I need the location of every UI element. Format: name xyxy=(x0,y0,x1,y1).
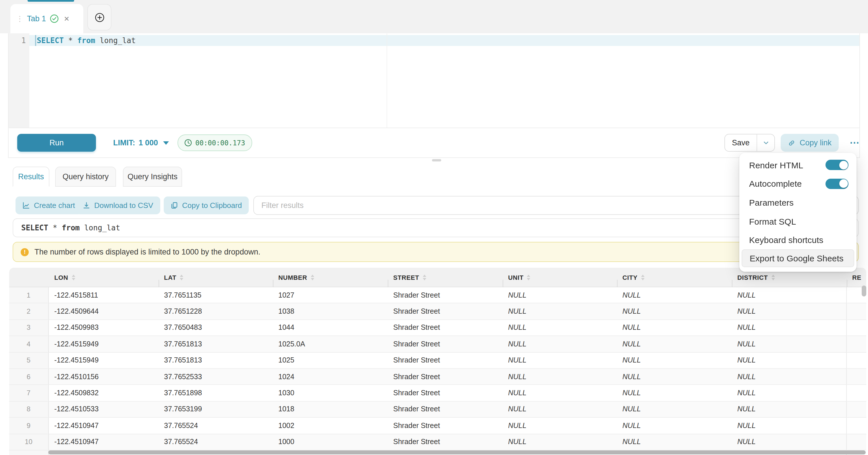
cell-city[interactable]: NULL xyxy=(617,369,732,385)
cell-unit[interactable]: NULL xyxy=(502,434,617,450)
cell-district[interactable]: NULL xyxy=(732,401,846,417)
cell-city[interactable]: NULL xyxy=(617,385,732,401)
cell-street[interactable]: Shrader Street xyxy=(388,336,502,352)
copy-link-button[interactable]: Copy link xyxy=(781,134,838,152)
cell-re[interactable] xyxy=(846,401,866,417)
cell-lat[interactable]: 37.765524 xyxy=(158,418,273,433)
sort-icon[interactable] xyxy=(71,274,75,280)
header-lon[interactable]: LON xyxy=(49,274,158,281)
cell-lon[interactable]: -122.4509983 xyxy=(49,320,158,336)
cell-street[interactable]: Shrader Street xyxy=(388,401,502,417)
menu-item-format-sql[interactable]: Format SQL xyxy=(739,212,857,231)
cell-lon[interactable]: -122.4515949 xyxy=(49,353,158,368)
cell-street[interactable]: Shrader Street xyxy=(388,304,502,320)
cell-lat[interactable]: 37.7651813 xyxy=(158,353,273,368)
download-csv-button[interactable]: Download to CSV xyxy=(76,196,160,214)
cell-district[interactable]: NULL xyxy=(732,369,846,385)
cell-lat[interactable]: 37.7652533 xyxy=(158,369,273,385)
cell-lat[interactable]: 37.7651228 xyxy=(158,304,273,320)
menu-item-render-html[interactable]: Render HTML xyxy=(739,156,857,174)
cell-number[interactable]: 1002 xyxy=(273,418,388,433)
cell-unit[interactable]: NULL xyxy=(502,336,617,352)
cell-street[interactable]: Shrader Street xyxy=(388,434,502,450)
cell-district[interactable]: NULL xyxy=(732,287,846,303)
cell-unit[interactable]: NULL xyxy=(502,369,617,385)
copy-clipboard-button[interactable]: Copy to Clipboard xyxy=(164,196,249,214)
limit-dropdown[interactable]: LIMIT: 1 000 xyxy=(113,134,169,152)
header-lat[interactable]: LAT xyxy=(158,274,273,281)
sort-icon[interactable] xyxy=(771,274,775,280)
panel-resize-handle[interactable] xyxy=(432,159,441,161)
cell-re[interactable] xyxy=(846,385,866,401)
cell-unit[interactable]: NULL xyxy=(502,401,617,417)
menu-item-autocomplete[interactable]: Autocomplete xyxy=(739,174,857,193)
autocomplete-toggle[interactable] xyxy=(826,179,848,189)
cell-lon[interactable]: -122.4509644 xyxy=(49,304,158,320)
horizontal-scrollbar[interactable] xyxy=(48,450,866,454)
menu-item-keyboard-shortcuts[interactable]: Keyboard shortcuts xyxy=(739,231,857,249)
cell-street[interactable]: Shrader Street xyxy=(388,369,502,385)
cell-lat[interactable]: 37.7650483 xyxy=(158,320,273,336)
cell-lat[interactable]: 37.7651898 xyxy=(158,385,273,401)
sql-editor[interactable]: 1 SELECT * from long_lat xyxy=(8,33,860,127)
cell-number[interactable]: 1024 xyxy=(273,369,388,385)
cell-lon[interactable]: -122.4510156 xyxy=(49,369,158,385)
cell-district[interactable]: NULL xyxy=(732,418,846,433)
cell-district[interactable]: NULL xyxy=(732,320,846,336)
cell-unit[interactable]: NULL xyxy=(502,353,617,368)
cell-district[interactable]: NULL xyxy=(732,434,846,450)
cell-street[interactable]: Shrader Street xyxy=(388,320,502,336)
cell-district[interactable]: NULL xyxy=(732,385,846,401)
cell-city[interactable]: NULL xyxy=(617,336,732,352)
save-button[interactable]: Save xyxy=(725,134,756,151)
header-city[interactable]: CITY xyxy=(617,274,732,281)
cell-lon[interactable]: -122.4510947 xyxy=(49,418,158,433)
cell-lat[interactable]: 37.765524 xyxy=(158,434,273,450)
cell-number[interactable]: 1027 xyxy=(273,287,388,303)
save-options-button[interactable] xyxy=(756,134,774,151)
cell-re[interactable] xyxy=(846,336,866,352)
cell-street[interactable]: Shrader Street xyxy=(388,418,502,433)
cell-street[interactable]: Shrader Street xyxy=(388,287,502,303)
cell-lat[interactable]: 37.7653199 xyxy=(158,401,273,417)
header-number[interactable]: NUMBER xyxy=(273,274,388,281)
cell-lat[interactable]: 37.7651135 xyxy=(158,287,273,303)
menu-item-export-google-sheets[interactable]: Export to Google Sheets xyxy=(742,249,854,267)
cell-city[interactable]: NULL xyxy=(617,287,732,303)
cell-re[interactable] xyxy=(846,304,866,320)
cell-city[interactable]: NULL xyxy=(617,401,732,417)
cell-number[interactable]: 1000 xyxy=(273,434,388,450)
new-tab-button[interactable] xyxy=(87,4,112,30)
cell-number[interactable]: 1025 xyxy=(273,353,388,368)
drag-handle-icon[interactable]: ⋮ xyxy=(16,15,23,22)
tab-query-history[interactable]: Query history xyxy=(55,166,116,187)
cell-district[interactable]: NULL xyxy=(732,304,846,320)
cell-re[interactable] xyxy=(846,320,866,336)
sort-icon[interactable] xyxy=(641,274,645,280)
cell-unit[interactable]: NULL xyxy=(502,385,617,401)
sort-icon[interactable] xyxy=(180,274,183,280)
create-chart-button[interactable]: Create chart xyxy=(16,196,82,214)
cell-unit[interactable]: NULL xyxy=(502,287,617,303)
cell-lon[interactable]: -122.4510947 xyxy=(49,434,158,450)
sort-icon[interactable] xyxy=(310,274,314,280)
cell-city[interactable]: NULL xyxy=(617,434,732,450)
cell-number[interactable]: 1025.0A xyxy=(273,336,388,352)
cell-lon[interactable]: -122.4510533 xyxy=(49,401,158,417)
header-unit[interactable]: UNIT xyxy=(502,274,617,281)
sort-icon[interactable] xyxy=(423,274,426,280)
sort-icon[interactable] xyxy=(527,274,530,280)
vertical-scrollbar[interactable] xyxy=(862,285,866,297)
cell-lat[interactable]: 37.7651813 xyxy=(158,336,273,352)
cell-re[interactable] xyxy=(846,353,866,368)
tab-results[interactable]: Results xyxy=(13,166,50,187)
cell-city[interactable]: NULL xyxy=(617,353,732,368)
cell-unit[interactable]: NULL xyxy=(502,418,617,433)
header-street[interactable]: STREET xyxy=(388,274,502,281)
cell-number[interactable]: 1044 xyxy=(273,320,388,336)
cell-city[interactable]: NULL xyxy=(617,320,732,336)
cell-number[interactable]: 1030 xyxy=(273,385,388,401)
close-tab-icon[interactable]: ✕ xyxy=(64,14,69,23)
cell-unit[interactable]: NULL xyxy=(502,320,617,336)
header-district[interactable]: DISTRICT xyxy=(732,274,846,281)
